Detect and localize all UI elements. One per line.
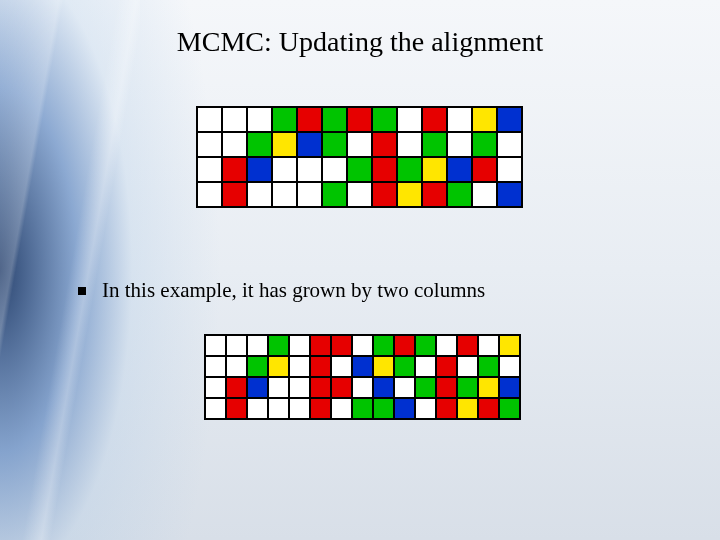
alignment-cell xyxy=(347,107,372,132)
alignment-cell xyxy=(415,377,436,398)
alignment-cell xyxy=(478,377,499,398)
alignment-cell xyxy=(394,377,415,398)
alignment-cell xyxy=(447,157,472,182)
alignment-cell xyxy=(457,335,478,356)
alignment-cell xyxy=(499,377,520,398)
alignment-cell xyxy=(347,182,372,207)
alignment-cell xyxy=(197,132,222,157)
alignment-cell xyxy=(310,356,331,377)
alignment-cell xyxy=(436,398,457,419)
alignment-cell xyxy=(372,182,397,207)
alignment-cell xyxy=(322,157,347,182)
alignment-cell xyxy=(322,107,347,132)
alignment-cell xyxy=(331,335,352,356)
alignment-cell xyxy=(247,356,268,377)
alignment-cell xyxy=(297,132,322,157)
alignment-cell xyxy=(447,182,472,207)
alignment-cell xyxy=(347,132,372,157)
alignment-cell xyxy=(472,182,497,207)
alignment-cell xyxy=(322,182,347,207)
alignment-cell xyxy=(472,132,497,157)
alignment-cell xyxy=(422,132,447,157)
alignment-cell xyxy=(205,335,226,356)
bullet-text: In this example, it has grown by two col… xyxy=(102,278,485,303)
alignment-cell xyxy=(472,107,497,132)
slide: MCMC: Updating the alignment In this exa… xyxy=(0,0,720,540)
alignment-cell xyxy=(222,157,247,182)
alignment-cell xyxy=(322,132,347,157)
alignment-grid-before xyxy=(196,106,523,208)
alignment-cell xyxy=(268,398,289,419)
alignment-cell xyxy=(310,398,331,419)
alignment-cell xyxy=(372,132,397,157)
alignment-cell xyxy=(422,182,447,207)
alignment-cell xyxy=(436,377,457,398)
alignment-cell xyxy=(310,335,331,356)
slide-title: MCMC: Updating the alignment xyxy=(0,26,720,58)
alignment-cell xyxy=(422,157,447,182)
alignment-cell xyxy=(472,157,497,182)
alignment-cell xyxy=(310,377,331,398)
alignment-cell xyxy=(289,335,310,356)
alignment-cell xyxy=(272,132,297,157)
alignment-cell xyxy=(268,335,289,356)
alignment-cell xyxy=(373,398,394,419)
alignment-cell xyxy=(289,377,310,398)
alignment-cell xyxy=(415,356,436,377)
alignment-cell xyxy=(499,335,520,356)
alignment-cell xyxy=(289,356,310,377)
alignment-cell xyxy=(436,356,457,377)
alignment-cell xyxy=(499,398,520,419)
alignment-cell xyxy=(373,377,394,398)
alignment-cell xyxy=(197,182,222,207)
alignment-cell xyxy=(205,356,226,377)
alignment-cell xyxy=(457,398,478,419)
alignment-cell xyxy=(272,107,297,132)
alignment-cell xyxy=(352,356,373,377)
alignment-cell xyxy=(497,157,522,182)
alignment-cell xyxy=(197,157,222,182)
alignment-cell xyxy=(497,182,522,207)
alignment-cell xyxy=(226,398,247,419)
alignment-cell xyxy=(497,107,522,132)
alignment-cell xyxy=(394,356,415,377)
alignment-cell xyxy=(397,157,422,182)
alignment-cell xyxy=(197,107,222,132)
alignment-cell xyxy=(247,182,272,207)
alignment-cell xyxy=(394,398,415,419)
alignment-cell xyxy=(457,356,478,377)
alignment-cell xyxy=(247,132,272,157)
alignment-cell xyxy=(397,107,422,132)
alignment-cell xyxy=(397,132,422,157)
alignment-cell xyxy=(297,107,322,132)
alignment-cell xyxy=(289,398,310,419)
alignment-cell xyxy=(394,335,415,356)
alignment-cell xyxy=(226,356,247,377)
alignment-cell xyxy=(373,335,394,356)
alignment-cell xyxy=(272,182,297,207)
alignment-cell xyxy=(226,377,247,398)
alignment-cell xyxy=(415,398,436,419)
alignment-grid-after xyxy=(204,334,521,420)
alignment-cell xyxy=(268,356,289,377)
alignment-cell xyxy=(457,377,478,398)
alignment-cell xyxy=(497,132,522,157)
alignment-cell xyxy=(352,335,373,356)
alignment-cell xyxy=(373,356,394,377)
alignment-cell xyxy=(272,157,297,182)
alignment-cell xyxy=(352,398,373,419)
alignment-cell xyxy=(447,132,472,157)
alignment-cell xyxy=(331,356,352,377)
alignment-cell xyxy=(297,182,322,207)
alignment-cell xyxy=(222,132,247,157)
alignment-cell xyxy=(268,377,289,398)
alignment-cell xyxy=(352,377,373,398)
alignment-cell xyxy=(226,335,247,356)
alignment-cell xyxy=(222,107,247,132)
alignment-cell xyxy=(422,107,447,132)
alignment-cell xyxy=(205,377,226,398)
bullet-icon xyxy=(78,287,86,295)
bullet-item: In this example, it has grown by two col… xyxy=(78,278,485,303)
alignment-cell xyxy=(436,335,457,356)
alignment-cell xyxy=(247,157,272,182)
